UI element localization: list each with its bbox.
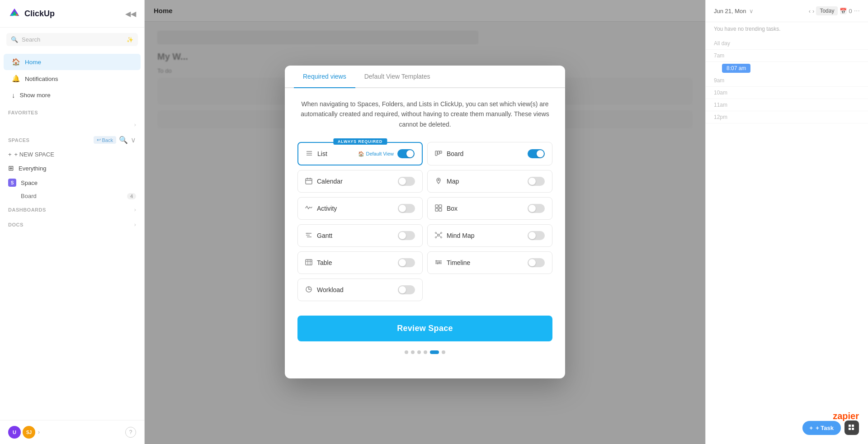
- mind-map-toggle[interactable]: [528, 231, 545, 240]
- table-toggle[interactable]: [398, 258, 415, 267]
- tab-required-views[interactable]: Required views: [294, 66, 355, 88]
- date-text: Jun 21, Mon: [714, 8, 746, 14]
- all-day-label: All day: [714, 40, 730, 47]
- favorites-section[interactable]: ›: [0, 117, 144, 132]
- svg-rect-6: [435, 151, 437, 156]
- right-panel: Jun 21, Mon ∨ ‹ › Today 📅 0 ··· You have…: [705, 0, 868, 444]
- back-label: Back: [102, 137, 113, 143]
- help-button[interactable]: ?: [125, 427, 136, 438]
- sidebar-item-notifications-label: Notifications: [25, 76, 58, 82]
- search-placeholder: Search: [22, 36, 40, 43]
- calendar-toggle[interactable]: [398, 177, 415, 186]
- sidebar-item-board[interactable]: Board 4: [0, 190, 144, 202]
- sidebar-item-notifications[interactable]: 🔔 Notifications: [4, 71, 141, 87]
- table-icon: [305, 259, 312, 267]
- view-calendar-left: Calendar: [305, 177, 343, 186]
- dashboards-section[interactable]: DASHBOARDS ›: [0, 202, 144, 217]
- list-toggle[interactable]: [397, 149, 415, 158]
- more-options-icon[interactable]: ···: [854, 7, 860, 15]
- prev-day-button[interactable]: ‹: [809, 8, 811, 14]
- calendar-picker-icon[interactable]: 📅: [840, 8, 847, 14]
- svg-rect-43: [852, 425, 854, 427]
- back-button[interactable]: ↩ Back: [94, 136, 116, 144]
- view-workload-left: Workload: [305, 286, 344, 294]
- board-toggle[interactable]: [528, 149, 545, 158]
- dot-3[interactable]: [417, 350, 421, 354]
- avatar-expand[interactable]: ›: [38, 429, 40, 435]
- view-activity-left: Activity: [305, 204, 337, 213]
- svg-rect-31: [306, 260, 312, 265]
- chevron-down-date[interactable]: ∨: [749, 8, 754, 14]
- workload-toggle[interactable]: [398, 285, 415, 294]
- views-grid: ALWAYS REQUIRED List: [297, 142, 552, 301]
- avatar-u[interactable]: U: [8, 426, 21, 439]
- grid-icon: [849, 425, 855, 431]
- svg-rect-7: [438, 151, 439, 154]
- ai-icon: ✨: [127, 37, 133, 43]
- new-space-button[interactable]: + + NEW SPACE: [0, 148, 144, 161]
- view-calendar-label: Calendar: [317, 178, 343, 185]
- view-table-label: Table: [317, 259, 332, 266]
- current-time-marker: 8:07 am: [714, 64, 860, 73]
- dot-4[interactable]: [424, 350, 427, 354]
- dot-2[interactable]: [411, 350, 415, 354]
- search-spaces-icon[interactable]: 🔍: [119, 136, 128, 144]
- svg-point-22: [438, 234, 439, 236]
- everything-label: Everything: [19, 165, 46, 172]
- no-trending-text: You have no trending tasks.: [706, 22, 868, 36]
- default-view-label: 🏠 Default View: [358, 151, 394, 157]
- view-mind-map-right: [528, 231, 545, 240]
- dot-6[interactable]: [442, 350, 445, 354]
- back-arrow: ↩: [97, 137, 101, 143]
- docs-section[interactable]: DOCS ›: [0, 217, 144, 232]
- sidebar-item-show-more[interactable]: ↓ Show more: [4, 87, 141, 103]
- expand-spaces-icon[interactable]: ∨: [131, 136, 136, 144]
- view-map-right: [528, 177, 545, 186]
- gantt-toggle[interactable]: [398, 231, 415, 240]
- view-timeline-label: Timeline: [447, 259, 470, 266]
- sidebar-item-space[interactable]: S Space: [0, 175, 144, 190]
- view-card-map: Map: [427, 170, 552, 193]
- box-icon: [435, 204, 442, 213]
- time-7am: 7am: [706, 50, 868, 62]
- timeline-toggle[interactable]: [528, 258, 545, 267]
- task-label: + Task: [816, 425, 834, 431]
- activity-toggle[interactable]: [398, 204, 415, 213]
- box-toggle[interactable]: [528, 204, 545, 213]
- dot-5[interactable]: [430, 350, 439, 354]
- space-label: Space: [21, 179, 38, 186]
- svg-line-29: [436, 236, 438, 237]
- search-bar[interactable]: 🔍 Search ✨: [6, 33, 138, 46]
- dots-navigation: [297, 350, 552, 354]
- view-gantt-right: [398, 231, 415, 240]
- svg-rect-16: [435, 208, 438, 211]
- sidebar-item-show-more-label: Show more: [20, 92, 51, 99]
- svg-rect-15: [439, 205, 442, 208]
- view-box-label: Box: [447, 205, 458, 212]
- view-card-workload: Workload: [297, 279, 423, 301]
- chevron-down-icon: ↓: [12, 91, 15, 99]
- view-box-left: Box: [435, 204, 458, 213]
- modal-description: When navigating to Spaces, Folders, and …: [297, 99, 552, 129]
- add-task-button[interactable]: + + Task: [802, 421, 841, 435]
- next-day-button[interactable]: ›: [812, 8, 814, 14]
- view-list-left: List: [306, 150, 327, 158]
- avatar-sj[interactable]: SJ: [23, 426, 35, 439]
- tab-default-view-templates[interactable]: Default View Templates: [355, 66, 439, 88]
- sidebar-item-home[interactable]: 🏠 Home: [4, 54, 141, 70]
- logo-area: ClickUp: [8, 7, 55, 20]
- map-toggle[interactable]: [528, 177, 545, 186]
- review-space-button[interactable]: Review Space: [297, 316, 552, 341]
- view-card-mind-map: Mind Map: [427, 224, 552, 247]
- grid-layout-button[interactable]: [844, 420, 859, 435]
- view-timeline-left: Timeline: [435, 259, 470, 267]
- time-all-day: All day: [706, 38, 868, 50]
- mind-map-icon: [435, 231, 442, 240]
- dot-1[interactable]: [405, 350, 408, 354]
- svg-rect-42: [849, 425, 851, 427]
- collapse-button[interactable]: ◀◀: [125, 9, 136, 18]
- 9am-label: 9am: [714, 77, 724, 84]
- sidebar-item-everything[interactable]: ⊞ Everything: [0, 161, 144, 175]
- notifications-icon: 🔔: [12, 75, 20, 83]
- today-button[interactable]: Today: [816, 6, 838, 15]
